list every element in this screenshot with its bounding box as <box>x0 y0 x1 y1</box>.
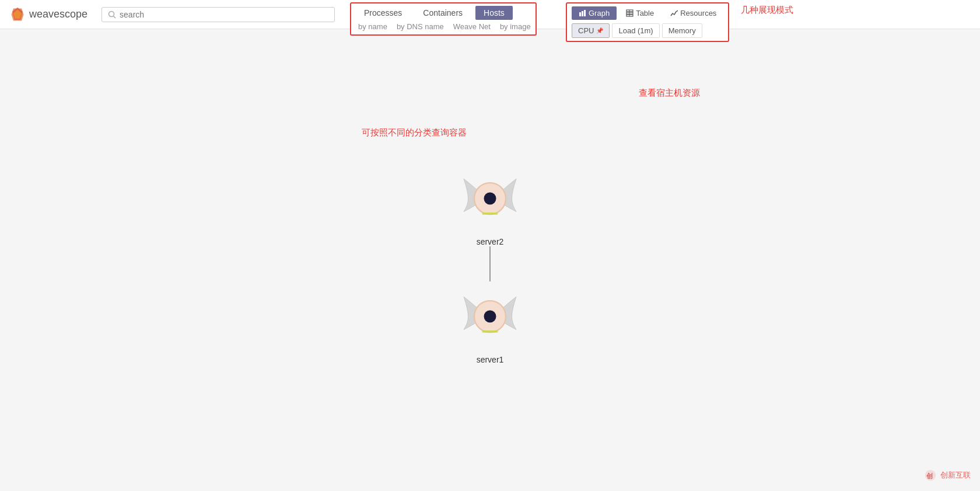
btn-load[interactable]: Load (1m) <box>612 23 659 38</box>
annotation-display-modes: 几种展现模式 <box>741 5 793 16</box>
tab-processes[interactable]: Processes <box>356 6 410 20</box>
resources-icon <box>670 9 678 17</box>
svg-rect-17 <box>482 330 498 333</box>
svg-rect-7 <box>584 10 586 16</box>
svg-point-3 <box>109 11 114 16</box>
svg-point-16 <box>484 311 496 323</box>
watermark-text: 创新互联 <box>940 470 971 480</box>
tab-hosts[interactable]: Hosts <box>475 6 513 20</box>
server1-svg <box>455 278 525 354</box>
view-mode-section: Graph Table Resources CPU <box>566 2 729 42</box>
nav-tabs-section: Processes Containers Hosts by name by DN… <box>350 2 537 36</box>
server2-svg <box>455 161 525 236</box>
btn-table[interactable]: Table <box>619 6 661 20</box>
view-mode-row1: Graph Table Resources <box>572 6 723 20</box>
logo-text: weavescope <box>29 8 88 20</box>
server2-label: server2 <box>477 237 504 246</box>
annotation-container-categories: 可按照不同的分类查询容器 <box>362 127 467 138</box>
view-mode-row2: CPU 📌 Load (1m) Memory <box>572 23 723 38</box>
watermark-icon: 创 <box>924 469 937 482</box>
server1-graphic <box>455 281 525 351</box>
logo-area: weavescope <box>9 6 88 23</box>
svg-line-4 <box>114 16 116 18</box>
server2-graphic <box>455 163 525 234</box>
btn-resources[interactable]: Resources <box>663 6 723 20</box>
graph-icon <box>579 9 586 17</box>
server2-node[interactable]: server2 <box>455 163 525 246</box>
nav-tabs-row1: Processes Containers Hosts <box>356 6 531 20</box>
navbar: weavescope Processes Containers Hosts by… <box>0 0 980 29</box>
subtab-weave-net[interactable]: Weave Net <box>453 22 491 31</box>
subtab-by-name[interactable]: by name <box>358 22 387 31</box>
btn-memory[interactable]: Memory <box>662 23 702 38</box>
annotation-host-resources: 查看宿主机资源 <box>639 88 700 99</box>
svg-rect-5 <box>579 12 581 16</box>
btn-cpu[interactable]: CPU 📌 <box>572 23 610 38</box>
btn-graph[interactable]: Graph <box>572 6 617 20</box>
search-area[interactable] <box>102 7 335 22</box>
tab-containers[interactable]: Containers <box>415 6 471 20</box>
main-content: 查看宿主机资源 可按照不同的分类查询容器 server2 <box>0 29 980 491</box>
nav-tabs-row2: by name by DNS name Weave Net by image <box>356 22 531 31</box>
search-icon <box>108 11 116 19</box>
search-input[interactable] <box>120 10 328 19</box>
table-icon <box>626 9 634 17</box>
svg-rect-14 <box>482 213 498 215</box>
pin-icon: 📌 <box>596 27 603 34</box>
subtab-by-image[interactable]: by image <box>500 22 531 31</box>
svg-rect-6 <box>582 11 583 16</box>
server1-node[interactable]: server1 <box>455 281 525 364</box>
server1-label: server1 <box>477 355 504 364</box>
logo-icon <box>9 6 26 23</box>
watermark: 创 创新互联 <box>924 469 971 482</box>
svg-point-13 <box>484 193 496 205</box>
svg-text:创: 创 <box>926 472 933 479</box>
graph-area: server2 server1 <box>455 163 525 364</box>
connector-line <box>489 246 491 281</box>
subtab-by-dns-name[interactable]: by DNS name <box>397 22 444 31</box>
